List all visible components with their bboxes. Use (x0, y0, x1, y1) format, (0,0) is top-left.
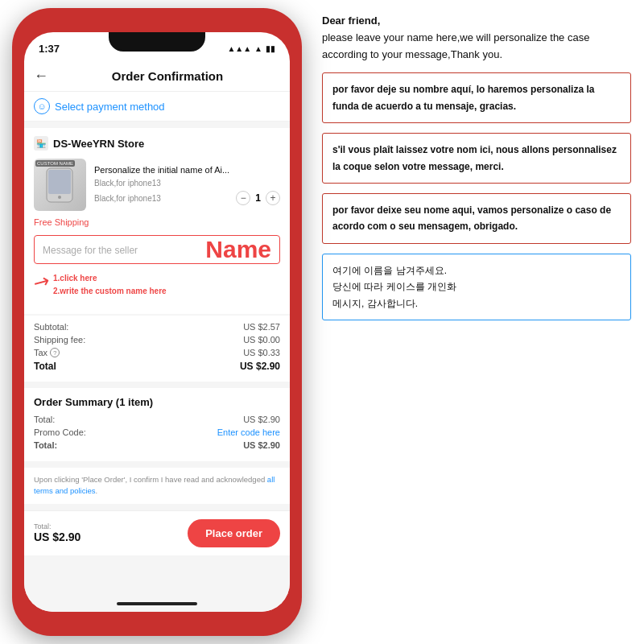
store-header: 🏪 DS-WeeYRN Store (34, 136, 280, 151)
quantity-value: 1 (255, 192, 261, 204)
promo-code-label: Promo Code: (34, 427, 86, 437)
grand-total-row: Total: US $2.90 (34, 440, 280, 450)
phone-frame: 1:37 ▲▲▲ ▲ ▮▮ ← Order Confirmation ☺ Sel… (12, 8, 302, 636)
product-name: Personalize the initial name of Ai... (94, 164, 280, 175)
shipping-label: Shipping fee: (34, 335, 85, 345)
tax-value: US $0.33 (243, 348, 280, 357)
total-label: Total (34, 361, 56, 372)
footer-total-value: US $2.90 (34, 530, 80, 543)
french-instruction-box: s'il vous plaît laissez votre nom ici, n… (322, 133, 631, 184)
enter-promo-code-link[interactable]: Enter code here (217, 427, 280, 437)
qty-minus-button[interactable]: − (236, 191, 250, 205)
english-instruction: Dear friend, please leave your name here… (322, 13, 631, 63)
home-indicator (117, 602, 197, 605)
store-icon: 🏪 (34, 136, 48, 151)
subtotal-value: US $2.57 (243, 322, 280, 332)
order-total-value: US $2.90 (243, 415, 280, 424)
app-header: ← Order Confirmation (24, 61, 290, 92)
grand-total-label: Total: (34, 440, 57, 450)
status-time: 1:37 (39, 43, 60, 55)
custom-label: CUSTOM NAME (35, 160, 75, 167)
back-button[interactable]: ← (34, 68, 48, 85)
korean-text: 여기에 이름을 남겨주세요. 당신에 따라 케이스를 개인화 메시지, 감사합니… (332, 265, 456, 309)
shipping-row: Shipping fee: US $0.00 (34, 335, 280, 345)
english-greeting: Dear friend, (322, 14, 380, 27)
status-icons: ▲▲▲ ▲ ▮▮ (227, 44, 275, 53)
product-row: CUSTOM NAME Personalize the initial name… (34, 159, 280, 211)
battery-icon: ▮▮ (266, 44, 275, 53)
place-order-button[interactable]: Place order (188, 519, 280, 547)
terms-text-before: Upon clicking 'Place Order', I confirm I… (34, 475, 267, 484)
store-section: 🏪 DS-WeeYRN Store CUSTOM NAME (24, 128, 290, 314)
subtotal-row: Subtotal: US $2.57 (34, 322, 280, 332)
message-placeholder: Message for the seller (43, 245, 138, 256)
spanish-text: por favor deje su nombre aquí, lo haremo… (332, 84, 594, 111)
shipping-value: US $0.00 (243, 335, 280, 345)
spanish-instruction-box: por favor deje su nombre aquí, lo haremo… (322, 72, 631, 123)
portuguese-text: por favor deixe seu nome aqui, vamos per… (332, 204, 611, 232)
english-body: please leave your name here,we will pers… (322, 31, 589, 60)
signal-icon: ▲▲▲ (227, 44, 251, 53)
french-text: s'il vous plaît laissez votre nom ici, n… (332, 144, 617, 171)
grand-total-value: US $2.90 (243, 440, 280, 450)
svg-rect-1 (48, 170, 71, 194)
order-total-row: Total: US $2.90 (34, 415, 280, 424)
promo-code-row: Promo Code: Enter code here (34, 427, 280, 437)
portuguese-instruction-box: por favor deixe seu nome aqui, vamos per… (322, 193, 631, 244)
tax-info-icon[interactable]: ? (50, 348, 60, 357)
order-summary-section: Order Summary (1 item) Total: US $2.90 P… (24, 388, 290, 461)
message-name-hint: Name (205, 236, 271, 263)
instructions-panel: Dear friend, please leave your name here… (314, 0, 644, 644)
header-title: Order Confirmation (55, 69, 280, 83)
phone-notch (109, 32, 205, 52)
screen-content[interactable]: ← Order Confirmation ☺ Select payment me… (24, 61, 290, 612)
total-value: US $2.90 (240, 361, 280, 372)
product-image: CUSTOM NAME (34, 159, 86, 211)
store-name: DS-WeeYRN Store (53, 138, 144, 150)
qty-plus-button[interactable]: + (266, 191, 280, 205)
order-summary-title: Order Summary (1 item) (34, 396, 280, 408)
order-total-label: Total: (34, 415, 55, 424)
payment-method-section[interactable]: ☺ Select payment method (24, 92, 290, 122)
arrow-icon: ↗ (30, 270, 53, 295)
product-quantity: Black,for iphone13 − 1 + (94, 191, 280, 205)
phone-wrapper: 1:37 ▲▲▲ ▲ ▮▮ ← Order Confirmation ☺ Sel… (0, 0, 314, 644)
tax-label: Tax (34, 348, 47, 357)
terms-text-after: . (96, 486, 98, 495)
pricing-section: Subtotal: US $2.57 Shipping fee: US $0.0… (24, 316, 290, 382)
product-details: Personalize the initial name of Ai... Bl… (94, 164, 280, 205)
footer-total-label: Total: (34, 522, 80, 530)
terms-section: Upon clicking 'Place Order', I confirm I… (24, 468, 290, 504)
product-variant: Black,for iphone13 (94, 179, 280, 188)
payment-method-icon: ☺ (34, 98, 50, 114)
message-for-seller-box[interactable]: Message for the seller Name (34, 235, 280, 264)
tax-row: Tax ? US $0.33 (34, 348, 280, 357)
free-shipping-label: Free Shipping (34, 217, 280, 227)
order-footer: Total: US $2.90 Place order (24, 510, 290, 555)
svg-point-2 (58, 196, 61, 199)
total-row: Total US $2.90 (34, 361, 280, 372)
korean-instruction-box: 여기에 이름을 남겨주세요. 당신에 따라 케이스를 개인화 메시지, 감사합니… (322, 254, 631, 320)
wifi-icon: ▲ (254, 44, 262, 53)
subtotal-label: Subtotal: (34, 322, 68, 332)
payment-method-label: Select payment method (55, 101, 165, 113)
annotation-text: 1.click here 2.write the custom name her… (53, 272, 167, 298)
footer-total: Total: US $2.90 (34, 522, 80, 543)
annotation: ↗ 1.click here 2.write the custom name h… (34, 272, 280, 298)
phone-screen: 1:37 ▲▲▲ ▲ ▮▮ ← Order Confirmation ☺ Sel… (24, 32, 290, 612)
